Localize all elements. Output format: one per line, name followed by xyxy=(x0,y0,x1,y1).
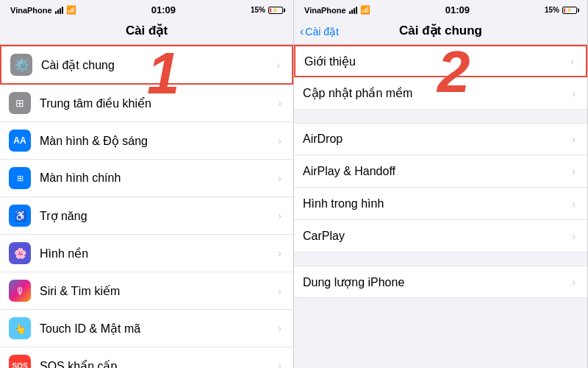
chevron-icon: › xyxy=(276,59,280,71)
battery-left: ⚡ xyxy=(268,7,283,14)
right-nav-title: Cài đặt chung xyxy=(306,23,576,38)
chevron-icon-8: › xyxy=(278,322,282,334)
settings-item-trung-tam[interactable]: ⊞ Trung tâm điều khiển › xyxy=(0,85,293,122)
settings-item-hinh-trong-hinh[interactable]: Hình trong hình › xyxy=(294,188,587,220)
settings-item-cai-dat-chung[interactable]: ⚙️ Cài đặt chung › xyxy=(0,45,293,85)
home-screen-icon: ⊞ xyxy=(9,167,31,189)
accessibility-icon: ♿ xyxy=(9,205,31,227)
wallpaper-icon: 🌸 xyxy=(9,242,31,264)
settings-item-dung-luong[interactable]: Dung lượng iPhone › xyxy=(294,266,587,298)
right-group-3: Dung lượng iPhone › xyxy=(294,266,587,298)
item-label-tro-nang: Trợ năng xyxy=(40,209,275,223)
back-label: Cài đặt xyxy=(305,26,339,38)
left-nav-title: Cài đặt xyxy=(12,23,282,38)
back-chevron-icon: ‹ xyxy=(300,25,304,38)
signal-bars-left xyxy=(55,7,63,14)
touchid-icon: 👆 xyxy=(9,317,31,339)
settings-item-carplay[interactable]: CarPlay › xyxy=(294,220,587,252)
item-label-cai-dat-chung: Cài đặt chung xyxy=(41,58,273,72)
right-group-2: AirDrop › AirPlay & Handoff › Hình trong… xyxy=(294,123,587,252)
settings-item-sos[interactable]: SOS SOS khẩn cấp › xyxy=(0,347,293,368)
chevron-icon-6: › xyxy=(278,247,282,259)
right-status-bar: VinaPhone 📶 01:09 15% ⚡ xyxy=(294,0,587,18)
back-button[interactable]: ‹ Cài đặt xyxy=(300,25,339,38)
carrier-left: VinaPhone xyxy=(10,6,52,15)
item-label-siri: Siri & Tìm kiếm xyxy=(40,284,275,298)
left-settings-list[interactable]: ⚙️ Cài đặt chung › ⊞ Trung tâm điều khiể… xyxy=(0,45,293,368)
item-label-sos: SOS khẩn cấp xyxy=(40,359,275,369)
item-label-touchid: Touch ID & Mật mã xyxy=(40,322,275,336)
item-label-carplay: CarPlay xyxy=(303,230,569,243)
sos-icon: SOS xyxy=(9,355,31,368)
signal-bars-right xyxy=(349,7,357,14)
settings-item-man-hinh-chinh[interactable]: ⊞ Màn hình chính › xyxy=(0,160,293,197)
wifi-icon-right: 📶 xyxy=(360,5,370,15)
control-center-icon: ⊞ xyxy=(9,92,31,114)
item-label-man-hinh-do-sang: Màn hình & Độ sáng xyxy=(40,134,275,148)
chevron-cap-nhat: › xyxy=(572,88,576,99)
battery-right: ⚡ xyxy=(562,7,577,14)
left-settings-group: ⚙️ Cài đặt chung › ⊞ Trung tâm điều khiể… xyxy=(0,45,293,368)
item-label-cap-nhat: Cập nhật phần mềm xyxy=(303,86,569,100)
chevron-airdrop: › xyxy=(572,133,576,145)
chevron-icon-4: › xyxy=(278,172,282,184)
battery-lightning-left: ⚡ xyxy=(272,7,279,13)
group-spacer-2 xyxy=(294,252,587,266)
chevron-carplay: › xyxy=(572,230,576,242)
item-label-gioi-thieu: Giới thiệu xyxy=(304,54,567,68)
settings-item-cap-nhat[interactable]: Cập nhật phần mềm › xyxy=(294,77,587,110)
settings-item-man-hinh-do-sang[interactable]: AA Màn hình & Độ sáng › xyxy=(0,122,293,160)
right-settings-list[interactable]: Giới thiệu › Cập nhật phần mềm › AirDrop… xyxy=(294,45,587,368)
item-label-trung-tam: Trung tâm điều khiển xyxy=(40,96,275,110)
item-label-airdrop: AirDrop xyxy=(303,132,569,146)
chevron-icon-2: › xyxy=(278,97,282,109)
carrier-right: VinaPhone xyxy=(304,6,346,15)
right-group-1: Giới thiệu › Cập nhật phần mềm › xyxy=(294,45,587,110)
settings-item-airplay-handoff[interactable]: AirPlay & Handoff › xyxy=(294,155,587,188)
item-label-airplay-handoff: AirPlay & Handoff xyxy=(303,165,569,178)
settings-item-siri[interactable]: 🎙 Siri & Tìm kiếm › xyxy=(0,272,293,310)
display-icon: AA xyxy=(9,130,31,152)
chevron-dung-luong: › xyxy=(572,276,576,288)
time-left: 01:09 xyxy=(151,4,176,15)
time-right: 01:09 xyxy=(445,4,470,15)
left-status-bar: VinaPhone 📶 01:09 15% ⚡ xyxy=(0,0,293,18)
chevron-icon-3: › xyxy=(278,135,282,146)
chevron-airplay: › xyxy=(572,166,576,177)
settings-item-gioi-thieu[interactable]: Giới thiệu › xyxy=(294,45,587,77)
wifi-icon-left: 📶 xyxy=(66,5,76,15)
battery-percent-right: 15% xyxy=(545,6,559,14)
settings-item-airdrop[interactable]: AirDrop › xyxy=(294,123,587,155)
chevron-icon-9: › xyxy=(278,360,282,368)
item-label-hinh-trong-hinh: Hình trong hình xyxy=(303,197,569,210)
battery-percent-left: 15% xyxy=(251,6,265,14)
item-label-hinh-nen: Hình nền xyxy=(40,247,275,261)
right-nav-bar: ‹ Cài đặt Cài đặt chung xyxy=(294,18,587,45)
chevron-pip: › xyxy=(572,198,576,210)
item-label-dung-luong: Dung lượng iPhone xyxy=(303,275,569,289)
chevron-gioi-thieu: › xyxy=(570,55,574,67)
group-spacer-1 xyxy=(294,110,587,123)
siri-icon: 🎙 xyxy=(9,280,31,302)
settings-item-touchid[interactable]: 👆 Touch ID & Mật mã › xyxy=(0,310,293,347)
gear-icon: ⚙️ xyxy=(10,54,32,76)
item-label-man-hinh-chinh: Màn hình chính xyxy=(40,171,275,185)
settings-item-hinh-nen[interactable]: 🌸 Hình nền › xyxy=(0,235,293,272)
left-phone-panel: VinaPhone 📶 01:09 15% ⚡ Cài đặt xyxy=(0,0,294,368)
chevron-icon-5: › xyxy=(278,210,282,222)
chevron-icon-7: › xyxy=(278,285,282,297)
settings-item-tro-nang[interactable]: ♿ Trợ năng › xyxy=(0,197,293,235)
left-nav-bar: Cài đặt xyxy=(0,18,293,45)
battery-lightning-right: ⚡ xyxy=(566,7,573,13)
right-phone-panel: VinaPhone 📶 01:09 15% ⚡ xyxy=(294,0,588,368)
